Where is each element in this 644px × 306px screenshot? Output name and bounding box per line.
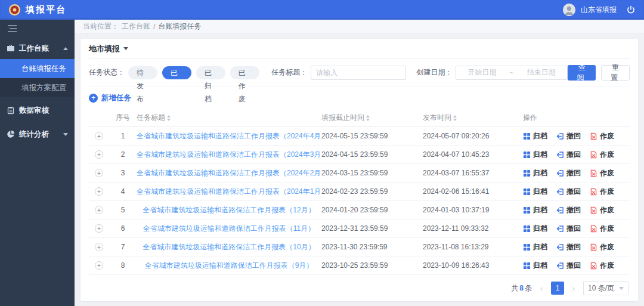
archive-icon bbox=[523, 206, 531, 214]
expand-row-button[interactable] bbox=[95, 150, 103, 159]
add-task-button[interactable]: 新增任务 bbox=[101, 93, 131, 103]
recall-icon bbox=[556, 132, 564, 140]
archive-action[interactable]: 归档 bbox=[523, 131, 547, 141]
filter-bar: 任务状态： 待发布 已发布 已归档 已作废 任务标题： 创建日期： 开始日期 ~ bbox=[89, 59, 630, 86]
column-header-no: 序号 bbox=[109, 113, 137, 123]
recall-action[interactable]: 撤回 bbox=[556, 131, 581, 141]
prev-page-button[interactable]: ‹ bbox=[537, 284, 546, 293]
task-title-input[interactable] bbox=[311, 66, 406, 80]
content-card: 地市填报 任务状态： 待发布 已发布 已归档 已作废 任务标题： 创建日期 bbox=[80, 39, 638, 301]
expand-row-button[interactable] bbox=[95, 206, 103, 214]
void-action[interactable]: 作废 bbox=[590, 224, 614, 234]
table-row: 6 全省城市建筑垃圾运输和道路保洁工作月报表（11月） 2023-12-31 2… bbox=[89, 220, 630, 238]
publish-time-cell: 2024-04-07 10:45:23 bbox=[423, 150, 523, 159]
void-action[interactable]: 作废 bbox=[590, 205, 614, 215]
deadline-cell: 2024-04-15 23:59:59 bbox=[321, 150, 423, 159]
expand-row-button[interactable] bbox=[95, 169, 103, 177]
task-title-link[interactable]: 全省城市建筑垃圾运输和道路保洁工作月报表（11月） bbox=[143, 224, 315, 233]
page-number-button[interactable]: 1 bbox=[551, 282, 564, 295]
recall-action[interactable]: 撤回 bbox=[556, 242, 581, 252]
recall-action[interactable]: 撤回 bbox=[556, 261, 581, 271]
void-action[interactable]: 作废 bbox=[590, 150, 614, 160]
logout-power-icon[interactable] bbox=[626, 5, 636, 15]
breadcrumb-prefix: 当前位置： bbox=[83, 21, 119, 32]
reset-button[interactable]: 重置 bbox=[601, 65, 630, 81]
end-date-placeholder[interactable]: 结束日期 bbox=[516, 67, 567, 78]
expand-row-button[interactable] bbox=[95, 243, 103, 251]
recall-action[interactable]: 撤回 bbox=[556, 168, 581, 178]
archive-action[interactable]: 归档 bbox=[523, 261, 547, 271]
recall-icon bbox=[556, 243, 564, 251]
recall-action[interactable]: 撤回 bbox=[556, 187, 581, 197]
task-title-link[interactable]: 全省城市建筑垃圾运输和道路保洁工作月报表（2024年2月） bbox=[137, 169, 321, 177]
sidebar-item-label: 统计分析 bbox=[19, 129, 49, 140]
row-number: 6 bbox=[109, 224, 137, 233]
sort-icon[interactable] bbox=[167, 115, 171, 121]
next-page-button[interactable]: › bbox=[569, 284, 578, 293]
sort-icon[interactable] bbox=[366, 115, 370, 121]
date-range-picker[interactable]: 开始日期 ~ 结束日期 bbox=[456, 66, 567, 80]
recall-action[interactable]: 撤回 bbox=[556, 205, 581, 215]
archive-action[interactable]: 归档 bbox=[523, 168, 547, 178]
archive-icon bbox=[523, 262, 531, 270]
void-action[interactable]: 作废 bbox=[590, 261, 614, 271]
status-pill-voided[interactable]: 已作废 bbox=[230, 66, 259, 79]
search-button[interactable]: 查阅 bbox=[568, 65, 596, 81]
status-filter-label: 任务状态： bbox=[89, 67, 125, 78]
breadcrumb-parent[interactable]: 工作台账 bbox=[122, 21, 150, 32]
publish-time-cell: 2023-12-11 09:33:32 bbox=[423, 224, 523, 233]
task-title-link[interactable]: 全省城市建筑垃圾运输和道路保洁工作月报表（2024年3月） bbox=[137, 150, 321, 159]
table-row: 5 全省城市建筑垃圾运输和道路保洁工作月报表（12月） 2024-01-20 2… bbox=[89, 201, 630, 220]
emblem-logo-icon bbox=[8, 4, 21, 16]
expand-row-button[interactable] bbox=[95, 187, 103, 196]
task-title-link[interactable]: 全省城市建筑垃圾运输和道路保洁工作月报表（2024年4月） bbox=[137, 132, 321, 140]
recall-action[interactable]: 撤回 bbox=[556, 150, 581, 160]
title-filter-label: 任务标题： bbox=[271, 67, 307, 78]
archive-action[interactable]: 归档 bbox=[523, 187, 547, 197]
archive-action[interactable]: 归档 bbox=[523, 242, 547, 252]
date-range-separator: ~ bbox=[507, 69, 516, 77]
expand-row-button[interactable] bbox=[95, 224, 103, 233]
sidebar-item-label: 台账填报任务 bbox=[21, 64, 66, 74]
task-title-link[interactable]: 全省城市建筑垃圾运输和道路保洁工作月报表（9月） bbox=[145, 261, 314, 270]
task-title-link[interactable]: 全省城市建筑垃圾运输和道路保洁工作月报表（2024年1月） bbox=[137, 187, 321, 196]
sidebar-group-statistics[interactable]: 统计分析 bbox=[0, 123, 75, 145]
void-action[interactable]: 作废 bbox=[590, 242, 614, 252]
user-name[interactable]: 山东省填报 bbox=[581, 5, 617, 15]
sidebar-item-ledger-report-tasks[interactable]: 台账填报任务 bbox=[0, 59, 75, 78]
task-title-link[interactable]: 全省城市建筑垃圾运输和道路保洁工作月报表（12月） bbox=[143, 206, 315, 214]
status-pill-pending[interactable]: 待发布 bbox=[128, 66, 157, 79]
archive-action[interactable]: 归档 bbox=[523, 205, 547, 215]
column-header-title: 任务标题 bbox=[137, 113, 165, 123]
recall-icon bbox=[556, 225, 564, 233]
deadline-cell: 2023-10-25 23:59:59 bbox=[321, 261, 423, 270]
void-action[interactable]: 作废 bbox=[590, 168, 614, 178]
view-selector[interactable]: 地市填报 bbox=[89, 44, 120, 54]
sidebar-item-report-plan-config[interactable]: 填报方案配置 bbox=[0, 78, 75, 97]
status-pill-archived[interactable]: 已归档 bbox=[196, 66, 225, 79]
sidebar-collapse-button[interactable] bbox=[0, 20, 75, 38]
sidebar-group-work-ledger[interactable]: 工作台账 bbox=[0, 38, 75, 59]
add-task-plus-icon[interactable]: + bbox=[89, 94, 98, 103]
start-date-placeholder[interactable]: 开始日期 bbox=[456, 67, 507, 78]
task-title-link[interactable]: 全省城市建筑垃圾运输和道路保洁工作月报表（10月） bbox=[143, 243, 315, 251]
expand-row-button[interactable] bbox=[95, 132, 103, 140]
expand-row-button[interactable] bbox=[95, 261, 103, 270]
sidebar-item-data-audit[interactable]: 数据审核 bbox=[0, 100, 75, 121]
status-pill-published[interactable]: 已发布 bbox=[162, 66, 191, 79]
recall-action[interactable]: 撤回 bbox=[556, 224, 581, 234]
archive-action[interactable]: 归档 bbox=[523, 150, 547, 160]
table-row: 3 全省城市建筑垃圾运输和道路保洁工作月报表（2024年2月） 2024-03-… bbox=[89, 164, 630, 183]
user-avatar[interactable] bbox=[563, 4, 575, 16]
table-row: 7 全省城市建筑垃圾运输和道路保洁工作月报表（10月） 2023-11-30 2… bbox=[89, 238, 630, 256]
deadline-cell: 2023-12-31 23:59:59 bbox=[321, 224, 423, 233]
sidebar-item-label: 填报方案配置 bbox=[21, 83, 66, 93]
archive-action[interactable]: 归档 bbox=[523, 224, 547, 234]
page-size-select[interactable]: 10 条/页 bbox=[583, 281, 628, 295]
sort-icon[interactable] bbox=[453, 115, 457, 121]
void-action[interactable]: 作废 bbox=[590, 131, 614, 141]
void-action[interactable]: 作废 bbox=[590, 187, 614, 197]
date-filter-label: 创建日期： bbox=[416, 67, 452, 78]
deadline-cell: 2024-02-23 23:59:59 bbox=[321, 187, 423, 196]
void-icon bbox=[590, 243, 597, 251]
